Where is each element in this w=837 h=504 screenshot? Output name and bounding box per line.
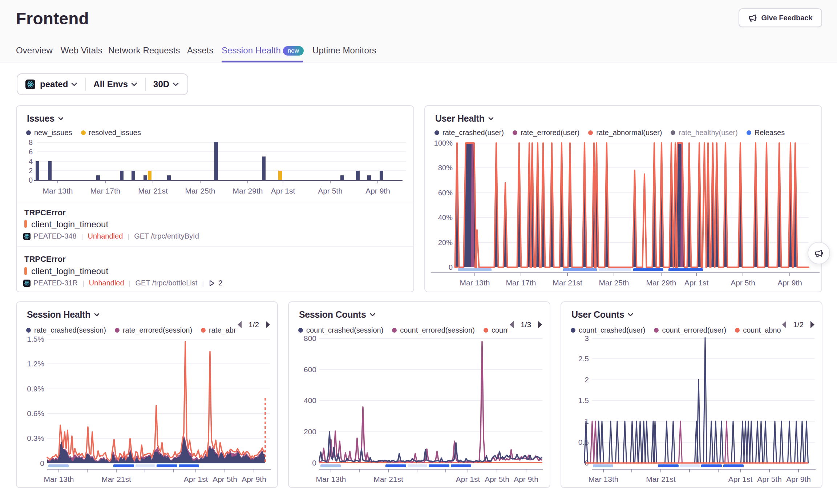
svg-text:3: 3: [585, 335, 589, 342]
svg-text:Mar 25th: Mar 25th: [185, 187, 215, 195]
svg-text:0: 0: [449, 263, 453, 271]
svg-text:Mar 13th: Mar 13th: [44, 475, 74, 483]
svg-text:200: 200: [304, 427, 316, 436]
svg-text:Mar 21st: Mar 21st: [646, 475, 676, 483]
svg-text:Mar 13th: Mar 13th: [589, 475, 619, 483]
svg-text:2: 2: [585, 375, 589, 384]
svg-text:800: 800: [304, 335, 316, 342]
svg-text:1.2%: 1.2%: [27, 359, 44, 368]
svg-text:Mar 13th: Mar 13th: [316, 475, 346, 483]
svg-text:20%: 20%: [438, 239, 453, 247]
svg-text:1.5: 1.5: [578, 396, 589, 405]
svg-text:Apr 1st: Apr 1st: [456, 475, 480, 483]
svg-text:8: 8: [29, 138, 33, 146]
svg-text:Mar 21st: Mar 21st: [101, 475, 131, 483]
svg-text:Apr 5th: Apr 5th: [213, 475, 237, 483]
svg-text:Mar 21st: Mar 21st: [553, 279, 582, 287]
svg-text:Mar 17th: Mar 17th: [506, 279, 536, 287]
svg-text:1.5%: 1.5%: [27, 335, 44, 343]
svg-text:1: 1: [585, 417, 589, 425]
svg-text:2: 2: [29, 167, 33, 175]
svg-text:0.9%: 0.9%: [27, 385, 44, 393]
svg-text:Apr 5th: Apr 5th: [485, 475, 509, 483]
svg-text:Mar 13th: Mar 13th: [460, 279, 490, 287]
svg-text:Mar 29th: Mar 29th: [646, 279, 676, 287]
svg-text:Apr 5th: Apr 5th: [318, 187, 343, 195]
svg-text:0.6%: 0.6%: [27, 409, 44, 418]
svg-text:Apr 1st: Apr 1st: [684, 279, 709, 287]
svg-text:Apr 1st: Apr 1st: [271, 187, 295, 195]
svg-text:80%: 80%: [438, 164, 453, 172]
svg-text:Mar 29th: Mar 29th: [233, 187, 263, 195]
svg-text:0: 0: [312, 459, 316, 467]
svg-text:0: 0: [29, 176, 33, 184]
svg-text:0.3%: 0.3%: [27, 434, 44, 442]
svg-text:Apr 9th: Apr 9th: [786, 475, 811, 483]
svg-text:Apr 5th: Apr 5th: [731, 279, 755, 287]
svg-text:Apr 9th: Apr 9th: [777, 279, 802, 287]
svg-text:Mar 13th: Mar 13th: [43, 187, 73, 195]
svg-text:0: 0: [40, 459, 44, 467]
svg-text:Mar 17th: Mar 17th: [90, 187, 121, 195]
svg-text:100%: 100%: [434, 139, 453, 147]
svg-text:Mar 21st: Mar 21st: [138, 187, 168, 195]
svg-text:60%: 60%: [438, 189, 453, 197]
svg-text:4: 4: [29, 157, 33, 165]
svg-text:Apr 1st: Apr 1st: [728, 475, 753, 483]
svg-text:2.5: 2.5: [578, 354, 589, 363]
svg-text:Mar 21st: Mar 21st: [373, 475, 403, 483]
svg-text:600: 600: [304, 365, 316, 374]
svg-text:40%: 40%: [438, 214, 453, 221]
svg-text:Apr 9th: Apr 9th: [365, 187, 390, 195]
svg-text:Apr 9th: Apr 9th: [242, 475, 266, 483]
svg-text:Apr 1st: Apr 1st: [184, 475, 208, 483]
svg-text:Mar 25th: Mar 25th: [599, 279, 629, 287]
svg-text:400: 400: [304, 396, 316, 405]
svg-text:Apr 5th: Apr 5th: [757, 475, 782, 483]
svg-text:6: 6: [29, 148, 33, 156]
svg-text:Apr 9th: Apr 9th: [514, 475, 538, 483]
